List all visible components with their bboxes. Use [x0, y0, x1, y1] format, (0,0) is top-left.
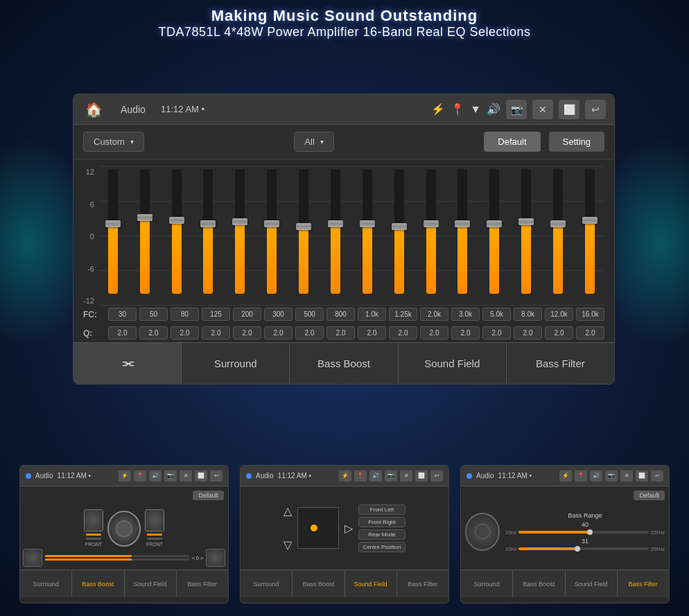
- sf-down-arrow[interactable]: ▽: [284, 538, 292, 552]
- close-button[interactable]: ✕: [532, 100, 553, 119]
- slider-track-12.0k[interactable]: [553, 169, 563, 294]
- sp2-back-btn[interactable]: ↩: [430, 470, 443, 482]
- sp1-tab-surround[interactable]: Surround: [20, 570, 72, 597]
- sp1-back-btn[interactable]: ↩: [210, 470, 223, 482]
- slider-track-200[interactable]: [235, 169, 245, 294]
- slider-handle-80[interactable]: [169, 217, 184, 224]
- slider-track-16.0k[interactable]: [585, 169, 595, 294]
- sp1-tab-sound-field[interactable]: Sound Field: [125, 570, 177, 597]
- sp1-tab-bass-boost[interactable]: Bass Boost: [72, 570, 124, 597]
- fc-cell-125[interactable]: 125: [202, 308, 230, 321]
- fc-cell-50[interactable]: 50: [139, 308, 168, 321]
- q-cell-1.0k[interactable]: 2.0: [358, 326, 386, 340]
- q-cell-12.0k[interactable]: 2.0: [545, 326, 573, 340]
- slider-handle-1.25k[interactable]: [392, 223, 407, 230]
- slider-track-500[interactable]: [299, 169, 308, 294]
- tab-sound-field[interactable]: Sound Field: [399, 343, 507, 384]
- camera-button[interactable]: 📷: [506, 100, 527, 119]
- q-cell-5.0k[interactable]: 2.0: [482, 326, 511, 340]
- sf-rear-mode-btn[interactable]: Rear Mode: [358, 529, 406, 540]
- slider-handle-8.0k[interactable]: [518, 218, 534, 225]
- fc-cell-80[interactable]: 80: [171, 308, 199, 321]
- slider-track-300[interactable]: [267, 169, 277, 294]
- sp3-cam-btn[interactable]: 📷: [605, 470, 618, 482]
- slider-handle-125[interactable]: [200, 220, 216, 227]
- sp2-tab-sound-field[interactable]: Sound Field: [345, 570, 397, 597]
- q-cell-200[interactable]: 2.0: [233, 326, 261, 340]
- slider-track-50[interactable]: [140, 169, 150, 294]
- tab-surround[interactable]: Surround: [182, 343, 290, 384]
- fc-cell-12.0k[interactable]: 12.0k: [545, 308, 573, 321]
- tab-bass-filter[interactable]: Bass Filter: [507, 343, 614, 384]
- bf-slider2-handle[interactable]: [575, 546, 580, 552]
- sp1-close-btn[interactable]: ✕: [180, 470, 192, 482]
- sf-front-left-btn[interactable]: Front Left: [358, 504, 406, 515]
- slider-handle-2.0k[interactable]: [424, 220, 439, 227]
- sf-right-arrow[interactable]: ▷: [344, 522, 353, 535]
- home-button[interactable]: 🏠: [82, 98, 105, 121]
- slider-handle-16.0k[interactable]: [582, 217, 598, 224]
- sp3-back-btn[interactable]: ↩: [651, 470, 663, 482]
- fc-cell-30[interactable]: 30: [108, 308, 137, 321]
- fc-cell-1.25k[interactable]: 1.25k: [389, 308, 417, 321]
- slider-track-5.0k[interactable]: [489, 169, 499, 294]
- sp3-tab-bass-boost[interactable]: Bass Boost: [513, 570, 565, 597]
- sp3-close-btn[interactable]: ✕: [620, 470, 633, 482]
- sp1-cam-btn[interactable]: 📷: [164, 470, 177, 482]
- q-cell-80[interactable]: 2.0: [171, 326, 199, 340]
- setting-button[interactable]: Setting: [549, 132, 604, 152]
- q-cell-125[interactable]: 2.0: [202, 326, 230, 340]
- q-cell-300[interactable]: 2.0: [264, 326, 293, 340]
- sp3-tab-bass-filter[interactable]: Bass Filter: [618, 570, 669, 597]
- sp1-tab-bass-filter[interactable]: Bass Filter: [177, 570, 228, 597]
- sp2-tab-surround[interactable]: Surround: [241, 570, 293, 597]
- slider-track-30[interactable]: [108, 169, 118, 294]
- fc-cell-2.0k[interactable]: 2.0k: [420, 308, 448, 321]
- slider-track-125[interactable]: [203, 169, 213, 294]
- slider-track-80[interactable]: [172, 169, 182, 294]
- slider-track-1.0k[interactable]: [363, 169, 372, 294]
- sp2-cam-btn[interactable]: 📷: [385, 470, 397, 482]
- slider-handle-5.0k[interactable]: [487, 220, 502, 227]
- slider-handle-1.0k[interactable]: [360, 220, 375, 227]
- slider-handle-50[interactable]: [137, 214, 152, 221]
- q-cell-500[interactable]: 2.0: [295, 326, 324, 340]
- fc-cell-200[interactable]: 200: [233, 308, 261, 321]
- fc-cell-1.0k[interactable]: 1.0k: [358, 308, 386, 321]
- sp2-win-btn[interactable]: ⬜: [415, 470, 428, 482]
- slider-handle-300[interactable]: [264, 220, 279, 227]
- sp3-win-btn[interactable]: ⬜: [636, 470, 648, 482]
- slider-handle-30[interactable]: [105, 220, 121, 227]
- sp1-win-btn[interactable]: ⬜: [195, 470, 207, 482]
- fc-cell-16.0k[interactable]: 16.0k: [576, 308, 604, 321]
- slider-track-1.25k[interactable]: [394, 169, 404, 294]
- sp2-close-btn[interactable]: ✕: [400, 470, 412, 482]
- slider-track-3.0k[interactable]: [457, 169, 467, 294]
- slider-handle-200[interactable]: [232, 218, 247, 225]
- channel-dropdown[interactable]: All ▾: [294, 132, 333, 152]
- q-cell-30[interactable]: 2.0: [108, 326, 137, 340]
- volume-icon[interactable]: 🔊: [487, 103, 500, 116]
- fc-cell-3.0k[interactable]: 3.0k: [451, 308, 480, 321]
- sp3-tab-sound-field[interactable]: Sound Field: [566, 570, 618, 597]
- slider-track-8.0k[interactable]: [521, 169, 531, 294]
- tab-bass-boost[interactable]: Bass Boost: [290, 343, 398, 384]
- fc-cell-5.0k[interactable]: 5.0k: [482, 308, 511, 321]
- fc-cell-8.0k[interactable]: 8.0k: [514, 308, 542, 321]
- sp2-tab-bass-filter[interactable]: Bass Filter: [397, 570, 448, 597]
- q-cell-3.0k[interactable]: 2.0: [451, 326, 480, 340]
- fc-cell-500[interactable]: 500: [295, 308, 324, 321]
- sp3-tab-surround[interactable]: Surround: [461, 570, 513, 597]
- slider-handle-3.0k[interactable]: [455, 220, 470, 227]
- slider-track-2.0k[interactable]: [426, 169, 436, 294]
- fc-cell-800[interactable]: 800: [326, 308, 355, 321]
- slider-handle-800[interactable]: [328, 220, 343, 227]
- q-cell-1.25k[interactable]: 2.0: [389, 326, 417, 340]
- sp3-default-badge[interactable]: Default: [634, 491, 665, 500]
- sp1-default-badge[interactable]: Default: [193, 491, 224, 500]
- sf-up-arrow[interactable]: △: [284, 504, 292, 518]
- preset-dropdown[interactable]: Custom ▾: [83, 132, 144, 152]
- sp2-tab-bass-boost[interactable]: Bass Boost: [293, 570, 344, 597]
- sf-centre-pos-btn[interactable]: Centre Position: [358, 542, 406, 552]
- slider-track-800[interactable]: [331, 169, 340, 294]
